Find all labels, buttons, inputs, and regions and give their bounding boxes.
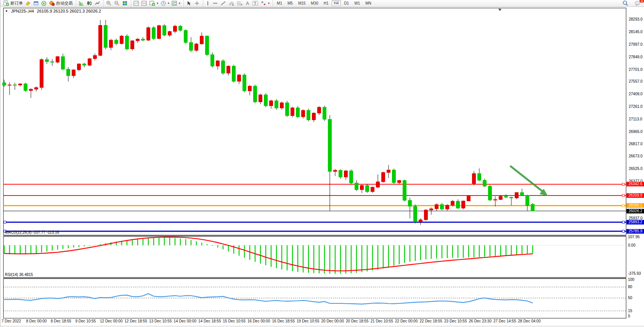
time-axis-label: 8 Dec 18:55 [51,319,71,323]
rsi-axis-label: 100 [628,277,634,282]
price-tick-label: 27409.0 [629,92,642,96]
line-handle[interactable] [4,221,6,223]
chart-shift-marker[interactable] [498,9,501,11]
svg-text:E: E [232,3,234,6]
notifications-button[interactable]: 1 [633,0,642,6]
clock-icon [161,0,166,6]
time-axis-label: 21 Dec 10:55 [371,319,393,323]
crosshair-button[interactable] [193,0,201,6]
chart-canvas[interactable] [0,7,644,327]
horizontal-line-button[interactable] [211,0,219,6]
timeframe-button-m30[interactable]: M30 [308,0,320,6]
line-handle[interactable] [622,183,625,185]
new-order-button[interactable]: 新订单 [2,0,24,6]
time-axis-label: 16 Dec 18:55 [272,319,295,323]
time-axis-label: 8 Dec 00:00 [26,319,47,323]
line-handle[interactable] [622,221,625,223]
macd-axis-label: 107.95 [628,235,640,239]
text-label-button[interactable]: T [251,0,260,6]
trendline-button[interactable] [219,0,227,6]
toolbar-group-trade: 新订单 自动交易 [1,0,75,7]
zoom-out-button[interactable] [113,0,121,6]
chevron-down-icon: ▾ [168,2,169,5]
indicator-list-button[interactable] [132,0,140,6]
search-button[interactable] [621,0,630,7]
toolbar-group-indicators: ▾ ▾ ▾ [131,0,183,7]
chart-window[interactable]: ▼ JPN225-,H4 26105.9 26120.5 26021.3 260… [0,7,644,327]
cursor-arrow-icon [186,0,192,6]
rsi-axis-label: 80 [628,285,632,289]
time-axis-label: 22 Dec 00:00 [395,319,418,323]
zoom-in-button[interactable] [105,0,113,6]
time-axis-label: 28 Dec 04:00 [518,319,541,323]
candlestick-chart-button[interactable] [85,0,93,6]
text-button[interactable]: A [244,0,251,6]
rsi-line [4,293,533,304]
chart-title: ▼ JPN225-,H4 26105.9 26120.5 26021.3 260… [5,9,101,13]
eraser-button[interactable] [24,0,32,6]
timeframe-button-h1[interactable]: H1 [321,0,331,6]
time-axis-label: 14 Dec 00:00 [174,319,197,323]
fibonacci-icon: F [237,0,243,6]
tile-windows-button[interactable] [121,0,129,6]
line-handle[interactable] [622,204,625,207]
auto-trading-button[interactable]: 自动交易 [48,0,74,6]
svg-text:F: F [241,3,243,6]
timeframe-button-d1[interactable]: D1 [342,0,351,6]
signal-button[interactable] [40,0,48,6]
vertical-line-icon [206,0,210,6]
add-indicator-button[interactable]: ▾ [148,0,159,6]
trend-arrow-annotation[interactable] [510,166,543,191]
line-handle[interactable] [622,194,625,197]
time-axis-label: 20 Dec 18:55 [346,319,369,323]
indicator-chart-icon [133,0,139,6]
price-tick-label: 27557.0 [629,79,642,83]
eraser-icon [25,0,31,6]
timeframe-button-mn[interactable]: MN [363,0,374,6]
new-order-label: 新订单 [10,0,23,6]
period-button[interactable]: ▾ [159,0,170,6]
crosshair-icon [194,0,200,6]
indicator-window-button[interactable] [140,0,148,6]
price-tag-26090.1: 26090.1 [626,203,644,208]
notification-badge: 1 [639,0,644,3]
market-watch-button[interactable] [32,0,40,6]
trendline-icon [220,0,226,6]
line-chart-button[interactable] [93,0,101,6]
price-tag-25893.2: 25893.2 [626,220,644,224]
vertical-line-button[interactable] [204,0,211,6]
text-a-icon: A [245,0,250,6]
rsi-axis-label: 50 [628,296,632,300]
channel-button[interactable]: E [227,0,236,6]
timeframe-button-m15[interactable]: M15 [296,0,308,6]
cursor-button[interactable] [185,0,193,6]
time-axis-label: 13 Dec 10:55 [149,319,172,323]
timeframe-button-m1[interactable]: M1 [275,0,284,6]
signal-icon [41,0,47,6]
arrows-button[interactable]: ▾ [260,0,271,6]
timeframe-button-m5[interactable]: M5 [285,0,295,6]
template-icon [172,0,177,6]
macd-label: MACD(12,26,9) -107.77 -113.16 [5,230,59,234]
toolbar-group-objects: E F A T ▾ [203,0,272,7]
candlestick-chart-icon [87,0,92,6]
line-handle[interactable] [622,230,625,232]
toolbar-group-charttype [76,0,103,7]
bar-chart-button[interactable] [77,0,85,6]
time-axis-label: 26 Dec 23:30 [469,319,492,323]
window-icon [33,0,39,6]
price-tick-label: 27849.0 [629,55,642,59]
text-label-icon: T [252,0,259,6]
time-axis-label: 23 Dec 10:55 [444,319,467,323]
timeframe-button-w1[interactable]: W1 [352,0,362,6]
time-axis-label: 12 Dec 18:55 [125,319,148,323]
svg-text:T: T [254,2,256,6]
price-tag-26209.9: 26209.9 [626,193,644,198]
search-icon [622,0,628,6]
template-button[interactable]: ▾ [170,0,181,6]
time-axis-label: 9 Dec 10:55 [75,319,96,323]
time-axis-label: 20 Dec 00:00 [321,319,344,323]
timeframe-button-h4[interactable]: H4 [332,0,341,6]
fibonacci-button[interactable]: F [236,0,244,6]
collapse-triangle-icon[interactable]: ▼ [5,10,8,13]
